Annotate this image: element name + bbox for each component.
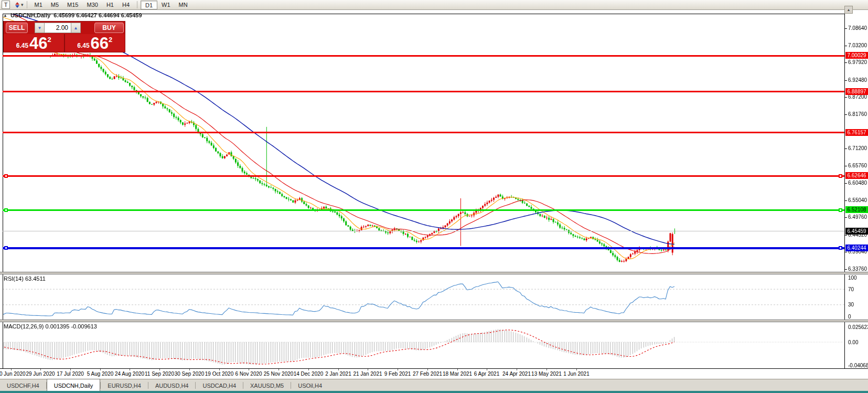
price-tick-label: 6.60480 — [848, 180, 867, 186]
price-tick-label: 6.97920 — [848, 59, 867, 65]
price-tick-label: 7.03200 — [848, 43, 867, 48]
date-axis[interactable]: 10 Jun 202029 Jun 202017 Jul 20205 Aug 2… — [0, 369, 868, 379]
horizontal-line-support-6.52108[interactable] — [3, 209, 844, 211]
date-tick-mark — [130, 369, 130, 370]
rsi-level-label: 30 — [848, 302, 854, 307]
horizontal-line-resistance-7.00029[interactable] — [3, 55, 844, 57]
date-tick-mark — [249, 369, 249, 370]
sell-button[interactable]: SELL — [6, 23, 28, 33]
horizontal-line-resistance-6.88897[interactable] — [3, 91, 844, 92]
date-label: 29 Jun 2020 — [26, 371, 55, 377]
volume-increase-button[interactable]: ▲ — [71, 23, 80, 33]
price-tick-mark — [844, 166, 847, 166]
panel-separator[interactable] — [0, 272, 868, 274]
horizontal-line-resistance-6.76157[interactable] — [3, 132, 844, 133]
date-tick-mark — [427, 369, 428, 370]
price-tick-label: 6.71200 — [848, 145, 867, 151]
price-tick-label: 6.65760 — [848, 163, 867, 168]
date-tick-mark — [100, 369, 101, 370]
toolbar-separator — [27, 1, 27, 8]
date-tick-mark — [517, 369, 517, 370]
symbol-period-label: USDCNH,Daily — [10, 12, 50, 18]
price-tick-label: 6.55040 — [848, 197, 867, 203]
price-tick-mark — [844, 183, 847, 184]
date-label: 30 Sep 2020 — [175, 371, 205, 377]
line-handle[interactable] — [4, 174, 8, 178]
timeframe-button-m1[interactable]: M1 — [30, 1, 47, 9]
buy-button[interactable]: BUY — [94, 23, 124, 33]
volume-input[interactable]: 2.00 — [44, 23, 71, 33]
macd-panel-label: MACD(12,26,9) 0.001395 -0.009613 — [4, 323, 97, 330]
date-label: 17 Jul 2020 — [57, 371, 84, 377]
price-tag-6.76157: 6.76157 — [845, 129, 868, 136]
line-handle[interactable] — [4, 208, 8, 212]
timeframe-button-m5[interactable]: M5 — [47, 1, 63, 9]
price-tick-mark — [844, 62, 847, 63]
text-tool-button[interactable]: T — [2, 1, 10, 9]
timeframe-button-w1[interactable]: W1 — [157, 1, 175, 9]
line-handle[interactable] — [839, 246, 842, 250]
horizontal-line-support-6.40244[interactable] — [3, 247, 844, 249]
timeframe-button-d1[interactable]: D1 — [141, 1, 157, 9]
rsi-level-label: 0 — [848, 314, 851, 320]
macd-level-label: 0.025623 — [848, 324, 868, 330]
up-arrow-icon — [15, 2, 19, 5]
tab-usdcad-h4[interactable]: USDCAD,H4 — [196, 380, 243, 391]
date-tick-mark — [159, 369, 160, 370]
timeframe-button-mn[interactable]: MN — [175, 1, 192, 9]
date-label: 6 Apr 2021 — [474, 371, 499, 377]
price-tick-mark — [844, 80, 847, 81]
date-label: 11 Sep 2020 — [145, 371, 174, 377]
tab-usdchf-h4[interactable]: USDCHF,H4 — [0, 380, 46, 391]
price-tick-label: 6.49760 — [848, 214, 867, 220]
buy-price-display[interactable]: 6.45 66 2 — [65, 34, 125, 52]
timeframe-button-h4[interactable]: H4 — [118, 1, 134, 9]
date-label: 2 Jan 2021 — [325, 371, 351, 377]
rsi-level-label: 100 — [848, 275, 857, 281]
timeframe-button-m30[interactable]: M30 — [83, 1, 102, 9]
price-tag-6.62646: 6.62646 — [845, 172, 868, 179]
collapse-icon[interactable]: ▲ — [3, 13, 7, 18]
date-label: 1 Jun 2021 — [563, 371, 590, 377]
horizontal-line-current-price-6.45459[interactable] — [3, 231, 844, 231]
price-tag-6.52108: 6.52108 — [845, 206, 868, 213]
toolbar-separator — [137, 1, 137, 8]
price-tag-7.00029: 7.00029 — [845, 52, 868, 59]
buy-price-sup: 2 — [109, 36, 112, 44]
date-tick-mark — [11, 369, 12, 370]
line-handle[interactable] — [4, 246, 8, 250]
chevron-down-icon[interactable]: ▾ — [21, 2, 24, 7]
scroll-up-button[interactable]: ▲ — [844, 6, 853, 14]
price-tick-mark — [844, 28, 847, 29]
date-tick-mark — [308, 369, 309, 370]
down-arrow-icon — [15, 5, 19, 8]
date-label: 9 Feb 2021 — [384, 371, 411, 377]
date-tick-mark — [40, 369, 41, 370]
platform-window: T ▾ M1M5M15M30H1H4D1W1MN ▲ ▲ USDCNH,Dail… — [0, 0, 868, 393]
line-handle[interactable] — [839, 208, 842, 212]
rsi-panel-label: RSI(14) 63.4511 — [4, 275, 46, 282]
panel-separator[interactable] — [0, 320, 868, 322]
timeframe-button-h1[interactable]: H1 — [102, 1, 118, 9]
taskbar-strip — [0, 391, 868, 393]
date-tick-mark — [487, 369, 487, 370]
main-chart-canvas[interactable] — [0, 0, 868, 393]
sell-price-display[interactable]: 6.45 46 2 — [4, 34, 65, 52]
tab-eurusd-h4[interactable]: EURUSD,H4 — [101, 380, 148, 391]
chart-objects-icon[interactable] — [15, 1, 19, 8]
date-label: 24 Aug 2020 — [115, 371, 144, 377]
tab-usdcnh-daily[interactable]: USDCNH,Daily — [47, 379, 101, 391]
price-tick-mark — [844, 217, 847, 218]
line-handle[interactable] — [839, 174, 842, 178]
date-label: 13 May 2021 — [531, 371, 562, 377]
tab-audusd-h4[interactable]: AUDUSD,H4 — [148, 380, 196, 391]
horizontal-line-resistance-6.62646[interactable] — [3, 175, 844, 177]
volume-decrease-button[interactable]: ▼ — [35, 23, 44, 33]
timeframe-button-m15[interactable]: M15 — [63, 1, 82, 9]
date-tick-mark — [189, 369, 190, 370]
date-label: 18 Mar 2021 — [443, 371, 472, 377]
price-tag-6.40244: 6.40244 — [845, 245, 868, 251]
tab-usoil-h4[interactable]: USOil,H4 — [291, 380, 329, 391]
date-label: 24 Apr 2021 — [502, 371, 531, 377]
tab-xauusd-m5[interactable]: XAUUSD,M5 — [243, 380, 291, 391]
